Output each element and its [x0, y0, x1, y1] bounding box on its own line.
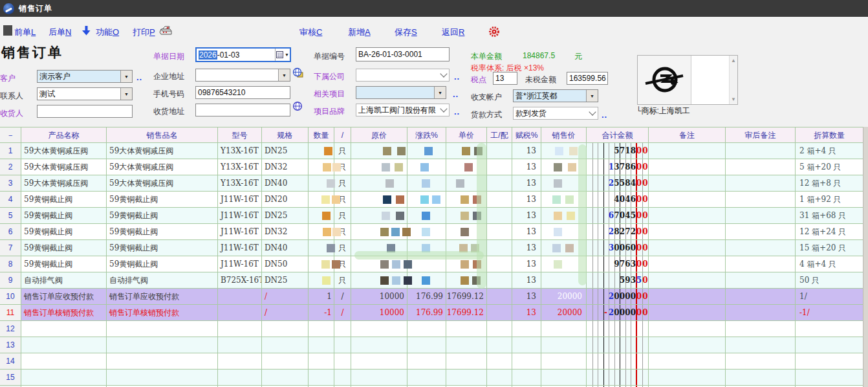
account-select[interactable]: 普*浙江英都▼ [513, 89, 598, 102]
unit-cell[interactable]: 只 [334, 272, 351, 289]
return-button[interactable]: 返回R [442, 27, 464, 38]
note-cell[interactable] [649, 143, 726, 159]
brand-select[interactable]: 上海凯工阀门股份有限 [356, 104, 450, 116]
prev-order-button[interactable]: 前单L [14, 27, 36, 38]
row-number[interactable]: 3 [0, 175, 21, 192]
sale-name-cell[interactable] [107, 321, 218, 337]
total-amount-ledger-cell[interactable] [587, 370, 649, 386]
audit-note-cell[interactable] [726, 192, 796, 208]
tax-point-input[interactable]: 13 [493, 72, 517, 85]
model-cell[interactable] [218, 289, 262, 305]
note-cell[interactable] [649, 272, 726, 289]
sale-name-cell[interactable]: 59大体黄铜减压阀 [107, 159, 218, 175]
globe-icon[interactable] [292, 101, 303, 114]
total-amount-ledger-cell[interactable]: 0600300 [587, 240, 649, 256]
labor-fit-cell[interactable] [487, 353, 512, 370]
unit-price-cell[interactable] [446, 353, 487, 370]
customer-select[interactable]: 演示客户▼ [37, 70, 133, 83]
order-item-row[interactable]: 659黄铜截止阀59黄铜截止阀J11W-16TDN32只13272820012 … [0, 224, 863, 240]
note-cell[interactable] [649, 192, 726, 208]
audit-note-cell[interactable] [726, 240, 796, 256]
product-name-cell[interactable]: 59大体黄铜减压阀 [21, 175, 107, 192]
total-amount-ledger-cell[interactable]: 817500 [587, 143, 649, 159]
converted-quantity-cell[interactable]: 5 箱+20 只 [796, 159, 863, 175]
row-number[interactable]: 12 [0, 321, 21, 337]
note-cell[interactable] [649, 337, 726, 353]
audit-note-cell[interactable] [726, 305, 796, 321]
unit-cell[interactable]: / [334, 289, 351, 305]
empty-row[interactable]: 12 [0, 321, 863, 337]
row-number[interactable]: 2 [0, 159, 21, 175]
doc-date-input[interactable]: 2026-01-03 ▼ [195, 47, 291, 62]
sale-price-cell[interactable]: 20000 [541, 305, 587, 321]
spec-cell[interactable]: DN40 [262, 175, 309, 192]
unit-cell[interactable]: 只 [334, 143, 351, 159]
sale-price-cell[interactable] [541, 370, 587, 386]
spec-cell[interactable] [262, 337, 309, 353]
order-item-row[interactable]: 259大体黄铜减压阀59大体黄铜减压阀Y13X-16TDN32只13687310… [0, 159, 863, 175]
spec-cell[interactable]: DN32 [262, 224, 309, 240]
model-cell[interactable]: B725X-16T [218, 272, 262, 289]
globe-save-icon[interactable] [292, 67, 303, 81]
note-cell[interactable] [649, 159, 726, 175]
total-amount-ledger-cell[interactable]: 6873100 [587, 159, 649, 175]
spec-cell[interactable]: / [262, 305, 309, 321]
total-amount-ledger-cell[interactable]: 00002-00 [587, 305, 649, 321]
quantity-cell[interactable] [309, 272, 334, 289]
quantity-cell[interactable] [309, 321, 334, 337]
spec-cell[interactable]: DN20 [262, 192, 309, 208]
tax-percent-cell[interactable]: 13 [512, 240, 541, 256]
sale-name-cell[interactable] [107, 353, 218, 370]
tax-percent-cell[interactable]: 13 [512, 224, 541, 240]
row-number[interactable]: 9 [0, 272, 21, 289]
dropdown-arrow-icon[interactable]: ▼ [586, 90, 598, 102]
converted-quantity-cell[interactable] [796, 321, 863, 337]
product-name-cell[interactable]: 59黄铜截止阀 [21, 208, 107, 224]
labor-fit-cell[interactable] [487, 208, 512, 224]
unit-cell[interactable]: 只 [334, 240, 351, 256]
tax-percent-cell[interactable]: 13 [512, 175, 541, 192]
labor-fit-cell[interactable] [487, 305, 512, 321]
product-name-cell[interactable] [21, 337, 107, 353]
quantity-cell[interactable] [309, 208, 334, 224]
subsidiary-select[interactable] [356, 69, 450, 82]
note-cell[interactable] [649, 305, 726, 321]
next-order-button[interactable]: 后单N [49, 27, 71, 38]
consignee-input[interactable] [37, 105, 133, 118]
note-cell[interactable] [649, 240, 726, 256]
audit-note-cell[interactable] [726, 337, 796, 353]
quantity-cell[interactable] [309, 337, 334, 353]
sale-name-cell[interactable]: 59大体黄铜减压阀 [107, 143, 218, 159]
row-number[interactable]: 8 [0, 256, 21, 272]
tax-percent-cell[interactable] [512, 337, 541, 353]
converted-quantity-cell[interactable] [796, 370, 863, 386]
product-name-cell[interactable]: 59大体黄铜减压阀 [21, 143, 107, 159]
subsidiary-more-link[interactable]: .. [454, 72, 460, 82]
tax-percent-cell[interactable] [512, 353, 541, 370]
product-name-cell[interactable]: 59黄铜截止阀 [21, 256, 107, 272]
labor-fit-cell[interactable] [487, 321, 512, 337]
labor-fit-cell[interactable] [487, 370, 512, 386]
brand-more-link[interactable]: .. [454, 107, 460, 116]
system-menu-icon[interactable] [3, 25, 12, 36]
converted-quantity-cell[interactable] [796, 337, 863, 353]
order-item-row[interactable]: 559黄铜截止阀59黄铜截止阀J11W-16TDN25只13540760031 … [0, 208, 863, 224]
quantity-cell[interactable]: -1 [309, 305, 334, 321]
sale-name-cell[interactable]: 59大体黄铜减压阀 [107, 175, 218, 192]
tax-percent-cell[interactable] [512, 321, 541, 337]
dropdown-arrow-icon[interactable]: ▼ [120, 71, 132, 82]
chevron-down-icon[interactable] [587, 107, 598, 119]
original-price-cell[interactable] [351, 175, 407, 192]
unit-cell[interactable] [334, 353, 351, 370]
sale-price-cell[interactable] [541, 353, 587, 370]
tax-percent-cell[interactable]: 13 [512, 192, 541, 208]
audit-note-cell[interactable] [726, 208, 796, 224]
unit-cell[interactable] [334, 370, 351, 386]
converted-quantity-cell[interactable]: 50 只 [796, 272, 863, 289]
audit-note-cell[interactable] [726, 321, 796, 337]
change-percent-cell[interactable]: 176.99 [407, 305, 446, 321]
sale-name-cell[interactable]: 59黄铜截止阀 [107, 256, 218, 272]
ship-addr-input[interactable] [195, 104, 290, 116]
empty-row[interactable]: 15 [0, 370, 863, 386]
scrollbar[interactable]: ▲▼ [729, 56, 737, 104]
